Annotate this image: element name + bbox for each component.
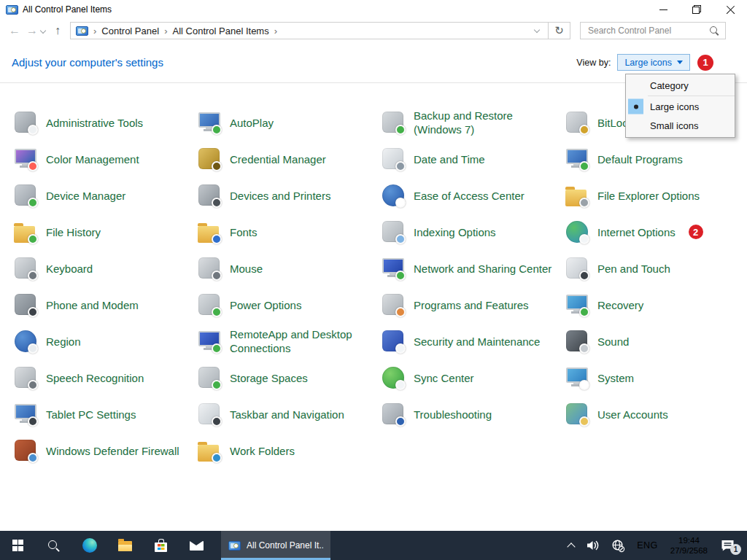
action-center-button[interactable]: 1 bbox=[714, 531, 744, 560]
search-box[interactable] bbox=[580, 22, 726, 39]
item-remoteapp-and-desktop-connections[interactable]: RemoteApp and Desktop Connections bbox=[196, 323, 379, 359]
item-label: Taskbar and Navigation bbox=[230, 408, 344, 421]
globe-no-internet-icon bbox=[611, 539, 625, 553]
address-bar[interactable]: ›Control Panel›All Control Panel Items› … bbox=[70, 22, 570, 39]
show-hidden-icons-button[interactable] bbox=[562, 531, 580, 560]
network-button[interactable] bbox=[605, 531, 631, 560]
taskbar-active-task[interactable]: All Control Panel It... bbox=[221, 531, 330, 560]
item-default-programs[interactable]: Default Programs bbox=[563, 141, 747, 177]
forward-button[interactable]: → bbox=[23, 25, 41, 36]
item-taskbar-and-navigation[interactable]: Taskbar and Navigation bbox=[196, 396, 379, 432]
item-color-management[interactable]: Color Management bbox=[12, 141, 196, 177]
taskbar-start-button[interactable] bbox=[0, 531, 36, 560]
item-work-folders[interactable]: Work Folders bbox=[196, 432, 379, 469]
item-pen-and-touch[interactable]: Pen and Touch bbox=[563, 250, 747, 287]
item-internet-options[interactable]: Internet Options2 bbox=[563, 214, 747, 250]
volume-button[interactable] bbox=[580, 531, 605, 560]
item-storage-spaces[interactable]: Storage Spaces bbox=[196, 359, 379, 396]
maximize-restore-button[interactable] bbox=[680, 0, 713, 19]
item-sound[interactable]: Sound bbox=[563, 323, 747, 359]
minimize-button[interactable] bbox=[646, 0, 680, 19]
item-label: Keyboard bbox=[46, 262, 93, 276]
up-button[interactable]: ↑ bbox=[48, 25, 67, 36]
item-credential-manager[interactable]: Credential Manager bbox=[196, 141, 379, 177]
taskbar-search-button[interactable] bbox=[36, 531, 71, 560]
item-windows-defender-firewall[interactable]: Windows Defender Firewall bbox=[12, 432, 196, 469]
item-label: Work Folders bbox=[230, 444, 295, 458]
item-file-explorer-options[interactable]: File Explorer Options bbox=[563, 177, 747, 214]
search-icon bbox=[709, 26, 719, 36]
address-dropdown-button[interactable] bbox=[529, 23, 548, 39]
item-security-and-maintenance[interactable]: Security and Maintenance bbox=[379, 323, 563, 359]
taskbar-file-explorer-button[interactable] bbox=[107, 531, 143, 560]
security-maintenance-icon bbox=[379, 327, 407, 355]
taskbar-edge-button[interactable] bbox=[71, 531, 107, 560]
item-administrative-tools[interactable]: Administrative Tools bbox=[12, 104, 196, 141]
item-ease-of-access-center[interactable]: Ease of Access Center bbox=[379, 177, 563, 214]
power-options-icon bbox=[196, 291, 223, 319]
item-file-history[interactable]: File History bbox=[12, 214, 196, 250]
recent-locations-button[interactable] bbox=[41, 24, 48, 37]
windows-firewall-icon bbox=[12, 437, 39, 464]
taskbar-store-button[interactable] bbox=[143, 531, 179, 560]
language-indicator[interactable]: ENG bbox=[631, 531, 664, 560]
taskbar-mail-button[interactable] bbox=[179, 531, 214, 560]
item-system[interactable]: System bbox=[563, 359, 747, 396]
item-programs-and-features[interactable]: Programs and Features bbox=[379, 287, 563, 323]
control-panel-icon bbox=[76, 26, 88, 36]
item-keyboard[interactable]: Keyboard bbox=[12, 250, 196, 287]
item-backup-and-restore-windows-7[interactable]: Backup and Restore (Windows 7) bbox=[379, 104, 563, 141]
item-recovery[interactable]: Recovery bbox=[563, 287, 747, 323]
item-label: Internet Options bbox=[597, 225, 676, 239]
item-network-and-sharing-center[interactable]: Network and Sharing Center bbox=[379, 250, 563, 287]
item-tablet-pc-settings[interactable]: Tablet PC Settings bbox=[12, 396, 196, 432]
item-speech-recognition[interactable]: Speech Recognition bbox=[12, 359, 196, 396]
view-by-dropdown-button[interactable]: Large icons bbox=[617, 54, 690, 71]
item-indexing-options[interactable]: Indexing Options bbox=[379, 214, 563, 250]
close-button[interactable] bbox=[713, 0, 747, 19]
edge-icon bbox=[82, 538, 97, 553]
item-device-manager[interactable]: Device Manager bbox=[12, 177, 196, 214]
item-troubleshooting[interactable]: Troubleshooting bbox=[379, 396, 563, 432]
item-label: Region bbox=[46, 335, 81, 349]
item-label: Administrative Tools bbox=[46, 116, 143, 130]
system-icon bbox=[563, 364, 591, 392]
item-label: File Explorer Options bbox=[597, 189, 700, 203]
annotation-badge-2: 2 bbox=[689, 225, 703, 239]
speech-recognition-icon bbox=[12, 364, 39, 392]
item-sync-center[interactable]: Sync Center bbox=[379, 359, 563, 396]
item-devices-and-printers[interactable]: Devices and Printers bbox=[196, 177, 379, 214]
item-user-accounts[interactable]: User Accounts bbox=[563, 396, 747, 432]
menu-item-small-icons[interactable]: Small icons bbox=[626, 116, 735, 135]
item-phone-and-modem[interactable]: Phone and Modem bbox=[12, 287, 196, 323]
item-power-options[interactable]: Power Options bbox=[196, 287, 379, 323]
breadcrumb-segment-control-panel[interactable]: Control Panel bbox=[101, 26, 159, 36]
troubleshooting-icon bbox=[379, 400, 407, 428]
backup-and-restore-icon bbox=[379, 109, 407, 136]
recovery-icon bbox=[563, 291, 591, 319]
menu-item-category[interactable]: Category bbox=[626, 76, 735, 95]
refresh-button[interactable]: ↻ bbox=[548, 23, 570, 39]
item-label: Color Management bbox=[46, 152, 139, 166]
menu-item-large-icons[interactable]: Large icons bbox=[626, 97, 735, 116]
breadcrumb-separator-icon: › bbox=[93, 26, 96, 36]
control-panel-icon bbox=[228, 541, 241, 551]
item-region[interactable]: Region bbox=[12, 323, 196, 359]
control-panel-icon bbox=[6, 5, 18, 15]
item-autoplay[interactable]: AutoPlay bbox=[196, 104, 379, 141]
user-accounts-icon bbox=[563, 400, 591, 428]
item-fonts[interactable]: Fonts bbox=[196, 214, 379, 250]
item-label: AutoPlay bbox=[230, 116, 274, 130]
item-label: Credential Manager bbox=[230, 152, 326, 166]
file-explorer-icon bbox=[118, 541, 132, 551]
back-button[interactable]: ← bbox=[6, 25, 23, 36]
clock[interactable]: 19:44 27/9/2568 bbox=[664, 535, 714, 556]
region-icon bbox=[12, 327, 39, 355]
breadcrumb-segment-all-control-panel-items[interactable]: All Control Panel Items bbox=[172, 26, 268, 36]
tray-date: 27/9/2568 bbox=[670, 545, 708, 556]
breadcrumb-separator-icon: › bbox=[164, 26, 167, 36]
item-date-and-time[interactable]: Date and Time bbox=[379, 141, 563, 177]
search-input[interactable] bbox=[587, 25, 709, 36]
item-mouse[interactable]: Mouse bbox=[196, 250, 379, 287]
item-label: Phone and Modem bbox=[46, 298, 139, 312]
